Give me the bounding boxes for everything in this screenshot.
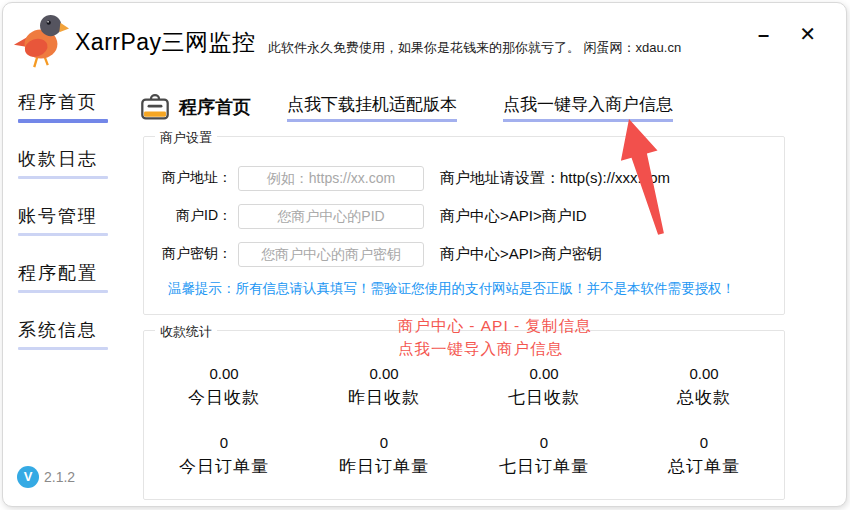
sidebar-item-label: 系统信息: [18, 319, 110, 342]
groupbox-legend: 收款统计: [155, 323, 217, 341]
stat-today-orders: 0 今日订单量: [144, 434, 304, 478]
stat-total-revenue: 0.00 总收款: [624, 365, 784, 409]
download-version-link[interactable]: 点我下载挂机适配版本: [287, 93, 457, 122]
app-window: XarrPay三网监控 此软件永久免费使用，如果你是花钱来的那你就亏了。 闲蛋网…: [2, 2, 847, 507]
import-merchant-info-link[interactable]: 点我一键导入商户信息: [503, 93, 673, 122]
merchant-key-input[interactable]: [238, 242, 424, 267]
titlebar: XarrPay三网监控 此软件永久免费使用，如果你是花钱来的那你就亏了。 闲蛋网…: [3, 3, 846, 85]
version-footer: V 2.1.2: [17, 466, 75, 488]
merchant-id-row: 商户ID： 商户中心>API>商户ID: [144, 197, 784, 235]
stat-week-revenue: 0.00 七日收款: [464, 365, 624, 409]
stat-total-orders: 0 总订单量: [624, 434, 784, 478]
sidebar-item-payment-logs[interactable]: 收款日志: [18, 148, 110, 205]
version-badge-icon: V: [17, 466, 39, 488]
stat-yesterday-orders: 0 昨日订单量: [304, 434, 464, 478]
version-number: 2.1.2: [44, 469, 75, 485]
close-button[interactable]: ✕: [795, 21, 820, 47]
merchant-url-row: 商户地址： 商户地址请设置：http(s)://xxx.com: [144, 159, 784, 197]
sidebar-item-account-management[interactable]: 账号管理: [18, 205, 110, 262]
nav-underline-bar: [18, 290, 108, 293]
stat-yesterday-revenue: 0.00 昨日收款: [304, 365, 464, 409]
orders-stats-row: 0 今日订单量 0 昨日订单量 0 七日订单量 0 总订单量: [144, 434, 784, 478]
red-annotation-line1: 商户中心 - API - 复制信息: [398, 314, 592, 337]
sidebar-item-label: 程序首页: [18, 91, 110, 114]
main-header: 程序首页 点我下载挂机适配版本 点我一键导入商户信息: [140, 90, 673, 124]
page-title: 程序首页: [179, 95, 251, 119]
red-annotation-text: 商户中心 - API - 复制信息 点我一键导入商户信息: [398, 314, 592, 360]
revenue-stats-row: 0.00 今日收款 0.00 昨日收款 0.00 七日收款 0.00 总收款: [144, 365, 784, 409]
merchant-key-row: 商户密钥： 商户中心>API>商户密钥: [144, 235, 784, 273]
merchant-id-hint: 商户中心>API>商户ID: [440, 207, 587, 226]
merchant-key-hint: 商户中心>API>商户密钥: [440, 245, 602, 264]
merchant-id-input[interactable]: [238, 204, 424, 229]
groupbox-legend: 商户设置: [155, 129, 217, 147]
merchant-key-label: 商户密钥：: [144, 245, 232, 263]
nav-underline-bar: [18, 176, 108, 179]
warm-tip-text: 温馨提示：所有信息请认真填写！需验证您使用的支付网站是否正版！并不是本软件需要授…: [144, 280, 784, 298]
merchant-url-label: 商户地址：: [144, 169, 232, 187]
sidebar-item-label: 账号管理: [18, 205, 110, 228]
app-logo-bird-icon: [12, 11, 70, 71]
stat-today-revenue: 0.00 今日收款: [144, 365, 304, 409]
sidebar-item-label: 程序配置: [18, 262, 110, 285]
merchant-id-label: 商户ID：: [144, 207, 232, 225]
minimize-button[interactable]: –: [754, 21, 773, 47]
stat-week-orders: 0 七日订单量: [464, 434, 624, 478]
app-title: XarrPay三网监控: [75, 27, 256, 58]
nav-underline-bar: [18, 233, 108, 236]
sidebar-item-system-info[interactable]: 系统信息: [18, 319, 110, 376]
merchant-url-hint: 商户地址请设置：http(s)://xxx.com: [440, 169, 670, 188]
briefcase-icon: [140, 93, 170, 121]
sidebar-item-label: 收款日志: [18, 148, 110, 171]
merchant-settings-groupbox: 商户设置 商户地址： 商户地址请设置：http(s)://xxx.com 商户I…: [143, 136, 785, 315]
window-controls: – ✕: [754, 21, 820, 47]
nav-underline-bar: [18, 347, 108, 350]
sidebar-item-home[interactable]: 程序首页: [18, 91, 110, 148]
sidebar: 程序首页 收款日志 账号管理 程序配置 系统信息: [18, 91, 110, 376]
app-subtitle: 此软件永久免费使用，如果你是花钱来的那你就亏了。 闲蛋网：xdau.cn: [268, 39, 681, 57]
red-annotation-line2: 点我一键导入商户信息: [398, 337, 592, 360]
sidebar-item-program-config[interactable]: 程序配置: [18, 262, 110, 319]
nav-underline-bar: [18, 119, 108, 123]
merchant-url-input[interactable]: [238, 166, 424, 191]
